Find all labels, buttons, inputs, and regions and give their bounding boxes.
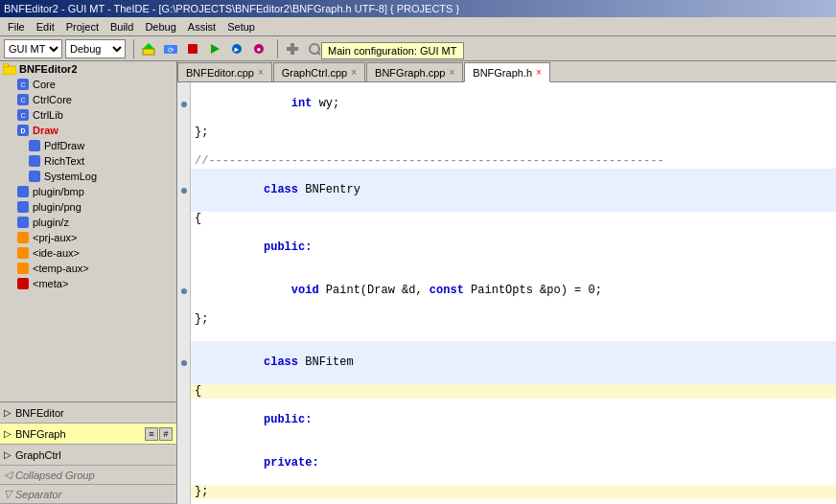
kw-public-1: public: [264, 241, 312, 254]
menu-project[interactable]: Project [60, 19, 104, 34]
tree-item-ideaux[interactable]: <ide-aux> [0, 245, 176, 261]
menu-setup[interactable]: Setup [221, 19, 261, 34]
panel-bnfgraph[interactable]: ▷ BNFGraph ≡ # [0, 424, 176, 445]
tab-bnfgraph-h[interactable]: BNFGraph.h × [464, 62, 550, 82]
svg-rect-17 [3, 66, 16, 75]
code-line-13: public: [177, 399, 836, 442]
tree-item-ctrllib[interactable]: C CtrlLib [0, 107, 176, 123]
svg-rect-32 [17, 217, 29, 228]
stop-btn[interactable] [182, 38, 203, 59]
code-line-16 [177, 499, 836, 504]
breakpoint-dot-5[interactable] [181, 188, 187, 194]
svg-rect-18 [3, 63, 9, 67]
kw-private-1: private: [264, 456, 319, 470]
code-text-1: int wy; [191, 82, 836, 126]
tree-item-root[interactable]: BNFEditor2 [0, 61, 176, 77]
tree-label-meta: <meta> [33, 278, 68, 289]
code-text-13: public: [191, 399, 836, 442]
line-marker-1 [177, 82, 191, 126]
tab-close-bnfgraph-cpp[interactable]: × [449, 67, 454, 78]
menu-file[interactable]: File [2, 19, 31, 34]
tab-bnfeditor-cpp[interactable]: BNFEditor.cpp × [177, 62, 272, 81]
tree-item-richtext[interactable]: RichText [0, 153, 176, 169]
separator-arrow: ▽ [4, 488, 12, 500]
svg-rect-28 [29, 155, 40, 167]
svg-rect-33 [17, 232, 29, 243]
separator-item[interactable]: ▽ Separator [0, 485, 176, 504]
code-text-6: { [191, 212, 836, 226]
panel-arrow-graphctrl: ▷ [4, 449, 12, 460]
panel-bnfgraph-btns: ≡ # [145, 427, 173, 441]
tree-item-draw[interactable]: D Draw [0, 123, 176, 138]
menu-assist[interactable]: Assist [182, 19, 221, 34]
code-line-4: //--------------------------------------… [177, 154, 836, 169]
collapsed-group[interactable]: ◁ Collapsed Group [0, 466, 176, 485]
separator-label: Separator [15, 489, 61, 500]
breakpoint-dot-8[interactable] [181, 288, 187, 294]
code-line-5: class BNFentry [177, 169, 836, 212]
code-text-4: //--------------------------------------… [191, 154, 836, 169]
tree-item-prjaux[interactable]: <prj-aux> [0, 230, 176, 245]
toolbar-config-group: GUI MT Debug Release [4, 39, 126, 58]
tab-graphctrl-cpp[interactable]: GraphCtrl.cpp × [273, 62, 365, 81]
code-content[interactable]: int wy; }; //---------------------------… [177, 82, 836, 504]
collapsed-group-label: Collapsed Group [15, 470, 95, 481]
pluginpng-icon [15, 200, 31, 214]
tree-label-prjaux: <prj-aux> [33, 232, 77, 243]
debug-btn[interactable]: ▶ [226, 38, 247, 59]
rebuild-btn[interactable]: ⟳ [160, 38, 181, 59]
title-bar: BNFEditor2 - GUI MT - TheIDE - [G:\PROJE… [0, 0, 836, 17]
svg-rect-29 [29, 171, 40, 182]
tree-item-meta[interactable]: <meta> [0, 276, 176, 291]
tab-close-bnfgraph-h[interactable]: × [536, 67, 542, 78]
tree-item-pluginbmp[interactable]: plugin/bmp [0, 184, 176, 199]
panel-graphctrl[interactable]: ▷ GraphCtrl [0, 445, 176, 466]
step-btn[interactable]: ● [248, 38, 269, 59]
svg-rect-27 [29, 140, 40, 151]
ctrlcore-icon: C [15, 93, 31, 106]
svg-text:▶: ▶ [235, 45, 240, 54]
svg-text:C: C [20, 81, 25, 88]
panel-btn-list[interactable]: ≡ [145, 427, 158, 441]
build-btn[interactable] [138, 38, 159, 59]
menu-debug[interactable]: Debug [139, 19, 181, 34]
tree-item-pluginz[interactable]: plugin/z [0, 215, 176, 230]
breakpoint-dot-11[interactable] [181, 360, 187, 366]
breakpoint-dot-1[interactable] [181, 102, 187, 107]
panel-arrow-bnfeditor: ▷ [4, 407, 12, 418]
tree-item-pdfdraw[interactable]: PdfDraw [0, 138, 176, 153]
tool-1[interactable] [282, 38, 303, 59]
code-line-12: { [177, 384, 836, 399]
code-text-11: class BNFitem [191, 341, 836, 384]
panel-btn-hash[interactable]: # [159, 427, 173, 441]
toolbar-tooltip: Main configuration: GUI MT [321, 42, 464, 59]
menu-bar: File Edit Project Build Debug Assist Set… [0, 17, 836, 36]
tab-bnfgraph-cpp[interactable]: BNFGraph.cpp × [366, 62, 463, 81]
syslog-icon [27, 170, 42, 183]
code-text-8: void Paint(Draw &d, const PaintOpts &po)… [191, 269, 836, 312]
panel-bnfeditor[interactable]: ▷ BNFEditor [0, 402, 176, 424]
tab-close-bnfeditor[interactable]: × [258, 67, 264, 78]
run-btn[interactable] [204, 38, 225, 59]
line-marker-2 [177, 126, 191, 140]
svg-rect-36 [17, 278, 29, 289]
build-select[interactable]: Debug Release [65, 39, 126, 58]
tree-item-tempaux[interactable]: <temp-aux> [0, 261, 176, 276]
tree-item-ctrlcore[interactable]: C CtrlCore [0, 92, 176, 107]
menu-edit[interactable]: Edit [31, 19, 60, 34]
code-text-7: public: [191, 226, 836, 269]
config-select[interactable]: GUI MT [4, 39, 62, 58]
tree-item-pluginpng[interactable]: plugin/png [0, 199, 176, 215]
tree-item-core[interactable]: C Core [0, 77, 176, 92]
project-tree: BNFEditor2 C Core C CtrlCore [0, 61, 176, 401]
tab-close-graphctrl[interactable]: × [351, 67, 357, 78]
tab-bar: BNFEditor.cpp × GraphCtrl.cpp × BNFGraph… [177, 61, 836, 82]
menu-build[interactable]: Build [104, 19, 139, 34]
project-icon [2, 62, 17, 76]
svg-text:D: D [20, 127, 25, 134]
panel-arrow-bnfgraph: ▷ [4, 428, 12, 439]
code-text-5: class BNFentry [191, 169, 836, 212]
tree-label-ctrllib: CtrlLib [33, 109, 63, 121]
code-line-9: }; [177, 312, 836, 327]
tree-item-syslog[interactable]: SystemLog [0, 169, 176, 184]
